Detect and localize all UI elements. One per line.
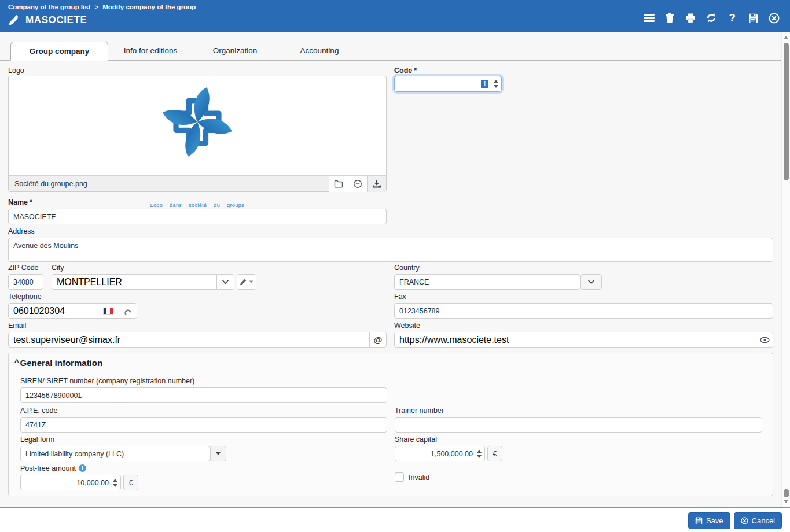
code-selected-value: 1: [481, 80, 488, 88]
breadcrumb-link-list[interactable]: Company of the group list: [8, 3, 90, 10]
ape-code-input[interactable]: [21, 418, 387, 432]
save-button[interactable]: Save: [688, 512, 730, 529]
cancel-button[interactable]: Cancel: [734, 512, 782, 529]
post-free-amount-input[interactable]: [21, 475, 120, 490]
country-chevron-down-icon[interactable]: [580, 274, 602, 290]
trainer-number-input[interactable]: [395, 418, 762, 432]
breadcrumb: Company of the group list > Modify compa…: [8, 3, 196, 10]
vertical-scrollbar[interactable]: [781, 32, 790, 507]
country-label: Country: [394, 264, 420, 272]
trash-icon[interactable]: [664, 12, 675, 24]
post-free-amount-label: Post-free amounti: [20, 464, 86, 472]
telephone-label: Telephone: [8, 293, 42, 301]
legal-form-dropdown-icon[interactable]: [210, 446, 226, 461]
invalid-checkbox[interactable]: [395, 472, 404, 482]
invalid-label: Invalid: [409, 474, 429, 482]
tab-group-company[interactable]: Group company: [10, 42, 108, 61]
logo-preview: Logo dans société du groupe Société du g…: [8, 76, 387, 192]
tab-accounting[interactable]: Accounting: [277, 42, 362, 60]
folder-open-icon[interactable]: [329, 176, 348, 192]
ape-code-label: A.P.E. code: [20, 407, 57, 415]
share-capital-currency-button[interactable]: €: [487, 446, 502, 461]
fax-input[interactable]: [395, 304, 773, 318]
general-information-section: ^ General information SIREN/ SIRET numbe…: [8, 353, 773, 496]
general-information-header[interactable]: ^ General information: [14, 358, 102, 368]
scroll-up-icon[interactable]: [784, 36, 788, 39]
fax-label: Fax: [394, 293, 406, 301]
name-label: Name*: [8, 198, 32, 206]
general-information-title: General information: [20, 358, 103, 368]
city-label: City: [52, 264, 64, 272]
logo-caption: Logo dans société du groupe: [9, 202, 386, 208]
siren-label: SIREN/ SIRET number (company registratio…: [20, 377, 194, 385]
city-edit-pencil-icon[interactable]: [237, 275, 256, 289]
code-spinner[interactable]: [494, 80, 498, 88]
scrollbar-thumb[interactable]: [784, 43, 789, 180]
collapse-caret-icon: ^: [14, 357, 19, 366]
post-free-amount-spinner[interactable]: [113, 479, 117, 487]
scrollbar-end-block: [784, 489, 789, 497]
printer-icon[interactable]: [685, 12, 696, 24]
logo-label: Logo: [8, 66, 24, 75]
city-chevron-down-icon[interactable]: [216, 275, 234, 289]
tab-info-for-editions[interactable]: Info for editions: [108, 42, 193, 60]
share-capital-input[interactable]: [395, 446, 484, 461]
siren-input[interactable]: [21, 388, 387, 402]
country-input[interactable]: [395, 275, 580, 289]
app-window: Company of the group list > Modify compa…: [0, 0, 790, 532]
website-label: Website: [394, 322, 420, 330]
logo-file-bar: Société du groupe.png: [9, 175, 386, 191]
address-label: Address: [8, 227, 35, 235]
code-label: Code*: [394, 66, 417, 75]
toolbar: ?: [643, 12, 780, 24]
save-icon[interactable]: [747, 12, 759, 24]
telephone-input[interactable]: [9, 304, 117, 318]
share-capital-label: Share capital: [395, 435, 437, 444]
company-logo-image: [9, 81, 386, 173]
trainer-number-label: Trainer number: [395, 407, 444, 415]
breadcrumb-separator: >: [94, 3, 98, 10]
menu-icon[interactable]: [643, 12, 655, 24]
tab-bar: Group company Info for editions Organiza…: [0, 42, 781, 61]
name-input[interactable]: [9, 209, 386, 224]
form-content: Group company Info for editions Organiza…: [0, 32, 781, 507]
legal-form-label: Legal form: [20, 435, 54, 444]
at-sign-icon[interactable]: @: [369, 332, 386, 347]
tab-organization[interactable]: Organization: [193, 42, 277, 60]
page-title: MASOCIETE: [25, 14, 87, 26]
share-capital-spinner[interactable]: [477, 450, 482, 458]
refresh-icon[interactable]: [706, 12, 717, 24]
info-icon[interactable]: i: [79, 464, 86, 472]
breadcrumb-current: Modify company of the group: [102, 3, 196, 10]
save-floppy-icon: [695, 517, 703, 524]
download-icon[interactable]: [367, 176, 386, 192]
edit-pencil-icon: [8, 15, 19, 26]
call-handset-icon[interactable]: [117, 304, 137, 318]
legal-form-input[interactable]: [21, 446, 210, 461]
city-input[interactable]: [52, 275, 216, 289]
france-flag-icon: [103, 308, 113, 315]
address-input[interactable]: Avenue des Moulins: [8, 238, 773, 262]
scroll-down-icon[interactable]: [784, 500, 788, 503]
zip-input[interactable]: [9, 275, 43, 289]
email-input[interactable]: [9, 332, 369, 347]
code-input[interactable]: 1: [394, 76, 502, 92]
logo-filename: Société du groupe.png: [9, 180, 329, 188]
zip-label: ZIP Code: [8, 264, 39, 272]
post-free-currency-button[interactable]: €: [123, 475, 138, 490]
close-icon[interactable]: [768, 12, 780, 24]
website-input[interactable]: [395, 332, 756, 347]
top-bar: Company of the group list > Modify compa…: [0, 0, 790, 32]
help-icon[interactable]: ?: [726, 12, 738, 24]
cancel-close-icon: [741, 517, 748, 524]
remove-circle-icon[interactable]: [348, 176, 367, 192]
footer-bar: Save Cancel: [0, 507, 790, 532]
eye-icon[interactable]: [756, 332, 773, 347]
email-label: Email: [8, 322, 26, 330]
